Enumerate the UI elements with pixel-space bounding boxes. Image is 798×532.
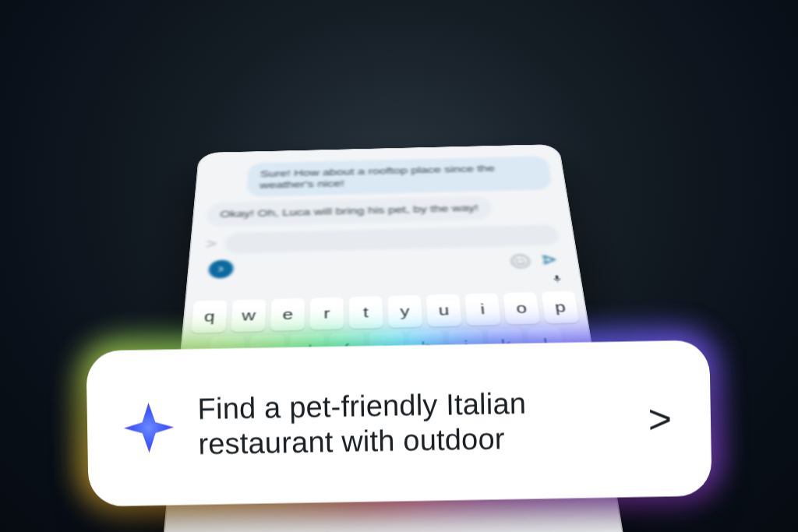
suggestion-text: Find a pet-friendly Italian restaurant w…: [197, 384, 627, 461]
key-t[interactable]: t: [348, 296, 383, 329]
send-icon: [541, 253, 558, 266]
chat-area: Sure! How about a rooftop place since th…: [199, 153, 567, 273]
key-w[interactable]: w: [231, 299, 267, 332]
key-e[interactable]: e: [270, 298, 305, 330]
sparkle-icon: [121, 400, 176, 455]
key-o[interactable]: o: [503, 291, 540, 324]
send-button[interactable]: [541, 253, 559, 267]
key-r[interactable]: r: [309, 297, 344, 329]
ai-suggestion-card[interactable]: Find a pet-friendly Italian restaurant w…: [86, 340, 711, 506]
expand-chip-button[interactable]: [208, 259, 234, 278]
mic-icon: [551, 274, 563, 283]
compose-right-icons: [510, 253, 559, 268]
message-incoming[interactable]: Okay! Oh, Luca will bring his pet, by th…: [207, 196, 493, 226]
key-u[interactable]: u: [425, 294, 461, 326]
suggestion-go-button[interactable]: >: [648, 395, 676, 442]
key-y[interactable]: y: [387, 294, 423, 327]
emoji-icon[interactable]: [510, 254, 531, 268]
compose-expand-icon[interactable]: >: [206, 235, 217, 251]
key-i[interactable]: i: [464, 293, 501, 326]
key-q[interactable]: q: [191, 300, 228, 333]
keyboard-row-1: q w e r t y u i o p: [193, 291, 577, 333]
key-p[interactable]: p: [541, 291, 579, 323]
chevron-right-icon: [215, 264, 227, 273]
viewport: Sure! How about a rooftop place since th…: [0, 0, 798, 532]
mic-button[interactable]: [551, 274, 563, 284]
message-outgoing[interactable]: Sure! How about a rooftop place since th…: [246, 156, 553, 197]
